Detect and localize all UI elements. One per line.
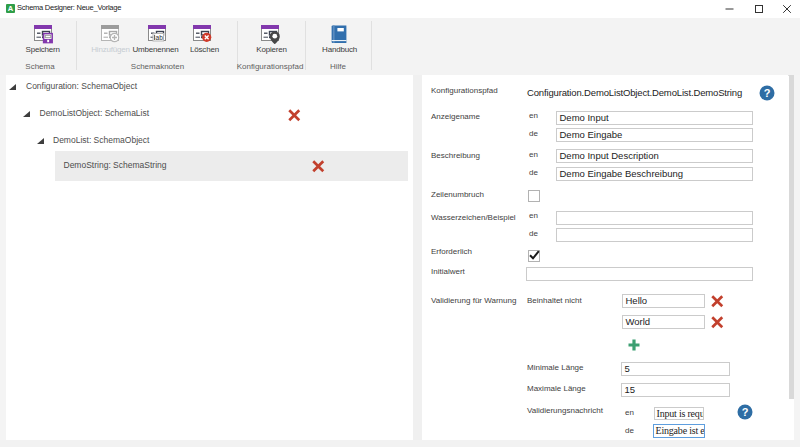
svg-text:ab: ab — [155, 34, 163, 41]
svg-text:A: A — [8, 4, 14, 13]
svg-text:?: ? — [764, 87, 771, 99]
svg-text:?: ? — [741, 406, 748, 418]
